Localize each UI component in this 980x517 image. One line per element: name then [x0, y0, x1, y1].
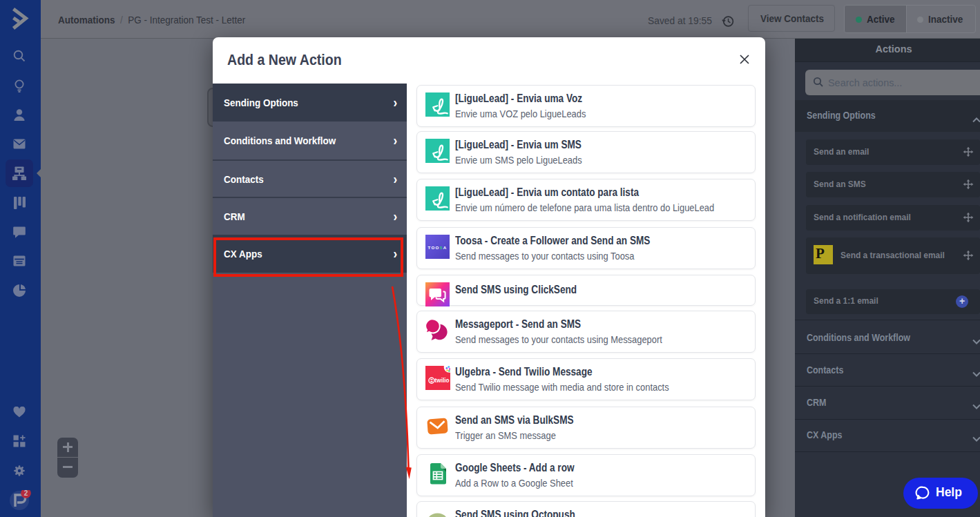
svg-text:TOOSA: TOOSA — [428, 245, 448, 250]
svg-text:2: 2 — [24, 490, 28, 497]
svg-text:twilio: twilio — [435, 378, 450, 384]
